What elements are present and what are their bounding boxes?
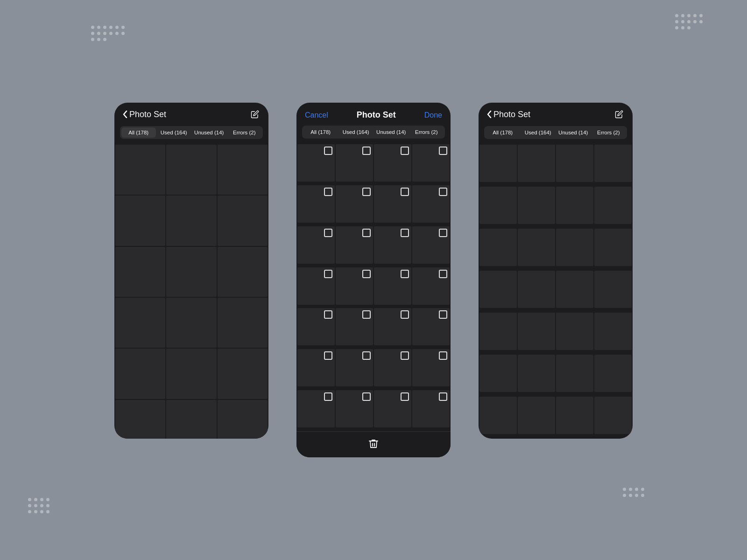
photo-cell[interactable]	[336, 144, 373, 182]
center-tab-errors[interactable]: Errors (2)	[409, 127, 444, 137]
left-tab-all[interactable]: All (178)	[121, 127, 156, 138]
photo-cell[interactable]	[297, 308, 335, 345]
cancel-button[interactable]: Cancel	[305, 111, 328, 119]
photo-cell[interactable]	[374, 226, 411, 264]
photo-cell[interactable]	[556, 229, 593, 266]
photo-cell[interactable]	[166, 400, 216, 439]
checkbox[interactable]	[324, 310, 332, 319]
delete-button[interactable]	[368, 438, 379, 451]
photo-cell[interactable]	[336, 390, 373, 427]
checkbox[interactable]	[324, 392, 332, 401]
photo-cell[interactable]	[115, 145, 165, 195]
checkbox[interactable]	[401, 270, 409, 278]
photo-cell[interactable]	[479, 355, 517, 392]
checkbox[interactable]	[362, 351, 371, 360]
checkbox[interactable]	[401, 310, 409, 319]
photo-cell[interactable]	[218, 247, 268, 297]
photo-cell[interactable]	[115, 400, 165, 439]
left-back-button[interactable]: Photo Set	[123, 110, 166, 119]
right-tab-used[interactable]: Used (164)	[521, 127, 556, 138]
photo-cell[interactable]	[412, 390, 450, 427]
checkbox[interactable]	[401, 147, 409, 155]
photo-cell[interactable]	[594, 355, 632, 392]
photo-cell[interactable]	[166, 298, 216, 348]
photo-cell[interactable]	[412, 185, 450, 223]
photo-cell[interactable]	[556, 271, 593, 308]
photo-cell[interactable]	[412, 308, 450, 345]
checkbox[interactable]	[439, 147, 447, 155]
photo-cell[interactable]	[556, 145, 593, 182]
photo-cell[interactable]	[518, 355, 555, 392]
photo-cell[interactable]	[218, 400, 268, 439]
photo-cell[interactable]	[297, 349, 335, 386]
left-tab-used[interactable]: Used (164)	[157, 127, 191, 138]
photo-cell[interactable]	[166, 196, 216, 245]
checkbox[interactable]	[401, 229, 409, 237]
photo-cell[interactable]	[374, 308, 411, 345]
checkbox[interactable]	[362, 270, 371, 278]
photo-cell[interactable]	[518, 229, 555, 266]
photo-cell[interactable]	[374, 349, 411, 386]
photo-cell[interactable]	[412, 144, 450, 182]
checkbox[interactable]	[362, 188, 371, 196]
checkbox[interactable]	[401, 351, 409, 360]
photo-cell[interactable]	[374, 267, 411, 305]
left-edit-icon[interactable]	[250, 109, 260, 119]
photo-cell[interactable]	[412, 349, 450, 386]
photo-cell[interactable]	[297, 226, 335, 264]
checkbox[interactable]	[362, 229, 371, 237]
photo-cell[interactable]	[594, 397, 632, 434]
photo-cell[interactable]	[594, 187, 632, 224]
photo-cell[interactable]	[518, 397, 555, 434]
photo-cell[interactable]	[115, 349, 165, 399]
checkbox[interactable]	[324, 351, 332, 360]
checkbox[interactable]	[439, 351, 447, 360]
photo-cell[interactable]	[479, 271, 517, 308]
photo-cell[interactable]	[297, 185, 335, 223]
photo-cell[interactable]	[336, 349, 373, 386]
photo-cell[interactable]	[336, 267, 373, 305]
photo-cell[interactable]	[479, 397, 517, 434]
photo-cell[interactable]	[297, 144, 335, 182]
photo-cell[interactable]	[297, 390, 335, 427]
checkbox[interactable]	[439, 392, 447, 401]
right-back-button[interactable]: Photo Set	[487, 110, 530, 119]
photo-cell[interactable]	[479, 229, 517, 266]
photo-cell[interactable]	[166, 349, 216, 399]
photo-cell[interactable]	[374, 185, 411, 223]
photo-cell[interactable]	[115, 298, 165, 348]
photo-cell[interactable]	[166, 247, 216, 297]
checkbox[interactable]	[362, 392, 371, 401]
checkbox[interactable]	[362, 310, 371, 319]
done-button[interactable]: Done	[424, 111, 442, 119]
photo-cell[interactable]	[115, 196, 165, 245]
right-tab-unused[interactable]: Unused (14)	[556, 127, 591, 138]
photo-cell[interactable]	[479, 145, 517, 182]
center-tab-unused[interactable]: Unused (14)	[374, 127, 409, 137]
photo-cell[interactable]	[218, 349, 268, 399]
photo-cell[interactable]	[556, 313, 593, 350]
checkbox[interactable]	[324, 270, 332, 278]
photo-cell[interactable]	[556, 355, 593, 392]
checkbox[interactable]	[439, 310, 447, 319]
left-tab-errors[interactable]: Errors (2)	[227, 127, 262, 138]
photo-cell[interactable]	[556, 397, 593, 434]
photo-cell[interactable]	[479, 313, 517, 350]
checkbox[interactable]	[401, 392, 409, 401]
center-tab-used[interactable]: Used (164)	[339, 127, 374, 137]
photo-cell[interactable]	[412, 226, 450, 264]
center-tab-all[interactable]: All (178)	[303, 127, 338, 137]
photo-cell[interactable]	[218, 298, 268, 348]
checkbox[interactable]	[324, 188, 332, 196]
checkbox[interactable]	[324, 229, 332, 237]
photo-cell[interactable]	[374, 144, 411, 182]
photo-cell[interactable]	[594, 313, 632, 350]
photo-cell[interactable]	[556, 187, 593, 224]
right-tab-all[interactable]: All (178)	[486, 127, 520, 138]
photo-cell[interactable]	[479, 187, 517, 224]
photo-cell[interactable]	[166, 145, 216, 195]
photo-cell[interactable]	[336, 226, 373, 264]
photo-cell[interactable]	[218, 145, 268, 195]
photo-cell[interactable]	[412, 267, 450, 305]
checkbox[interactable]	[439, 229, 447, 237]
